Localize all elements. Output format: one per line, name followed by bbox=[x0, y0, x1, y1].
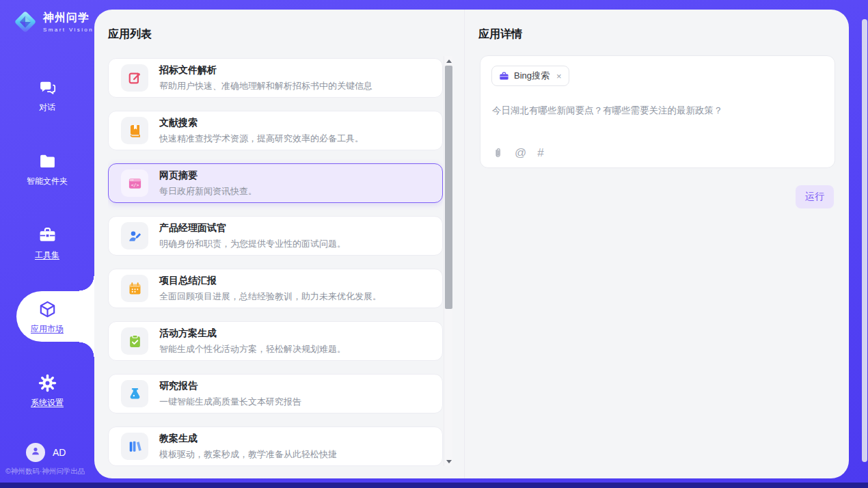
app-card-description: 明确身份和职责，为您提供专业性的面试问题。 bbox=[159, 238, 346, 250]
sidebar-footer: ©神州数码·神州问学出品 bbox=[5, 467, 85, 476]
app-card-title: 教案生成 bbox=[159, 433, 337, 445]
scrollbar-thumb[interactable] bbox=[445, 66, 452, 309]
sidebar-item-app-market[interactable]: 应用市场 bbox=[0, 293, 94, 342]
app-card[interactable]: 招标文件解析 帮助用户快速、准确地理解和解析招标书中的关键信息 bbox=[108, 58, 443, 98]
app-card-title: 项目总结汇报 bbox=[159, 275, 381, 287]
app-logo: 神州问学 Smart Vision bbox=[12, 9, 94, 35]
pen-document-icon bbox=[121, 64, 148, 92]
sidebar-nav: 对话 智能文件夹 工具集 应用市场 系统设置 bbox=[0, 71, 94, 440]
app-card-description: 模板驱动，教案秒成，教学准备从此轻松快捷 bbox=[159, 448, 337, 461]
app-card-title: 招标文件解析 bbox=[159, 64, 372, 77]
app-card[interactable]: 教案生成 模板驱动，教案秒成，教学准备从此轻松快捷 bbox=[108, 426, 443, 466]
app-detail-panel: 应用详情 Bing搜索 × 今日湖北有哪些新闻要点？有哪些需要关注的最新政策？ … bbox=[465, 10, 849, 478]
app-card-title: 产品经理面试官 bbox=[159, 222, 346, 234]
scroll-down-button[interactable] bbox=[444, 457, 453, 466]
toolbox-icon bbox=[38, 226, 57, 245]
app-card-description: 全面回顾项目进展，总结经验教训，助力未来优化发展。 bbox=[159, 290, 381, 303]
app-card-title: 网页摘要 bbox=[159, 170, 257, 182]
books-icon bbox=[121, 433, 148, 460]
page-scrollbar[interactable] bbox=[862, 19, 867, 462]
app-card[interactable]: 文献搜索 快速精准查找学术资源，提高研究效率的必备工具。 bbox=[108, 111, 443, 150]
app-card-description: 一键智能生成高质量长文本研究报告 bbox=[159, 396, 301, 408]
briefcase-icon bbox=[499, 71, 509, 81]
prompt-text[interactable]: 今日湖北有哪些新闻要点？有哪些需要关注的最新政策？ bbox=[492, 104, 824, 118]
composer-toolbar: @# bbox=[492, 147, 544, 159]
book-icon bbox=[121, 117, 148, 144]
app-card[interactable]: 研究报告 一键智能生成高质量长文本研究报告 bbox=[108, 374, 443, 414]
app-card-description: 每日政府新闻资讯快查。 bbox=[159, 185, 257, 198]
app-card-description: 智能生成个性化活动方案，轻松解决规划难题。 bbox=[159, 343, 346, 355]
interviewer-icon bbox=[121, 222, 148, 249]
app-card-description: 快速精准查找学术资源，提高研究效率的必备工具。 bbox=[159, 133, 364, 145]
sidebar: 神州问学 Smart Vision 对话 智能文件夹 工具集 应用市场 系统设置… bbox=[0, 0, 94, 483]
app-card[interactable]: 活动方案生成 智能生成个性化活动方案，轻松解决规划难题。 bbox=[108, 321, 443, 361]
app-list-panel: 应用列表 招标文件解析 帮助用户快速、准确地理解和解析招标书中的关键信息 文献搜… bbox=[94, 10, 465, 478]
app-card-title: 研究报告 bbox=[159, 380, 301, 392]
scroll-up-button[interactable] bbox=[444, 56, 453, 66]
close-icon[interactable]: × bbox=[556, 71, 562, 81]
list-scrollbar[interactable] bbox=[444, 56, 452, 466]
svg-text:</>: </> bbox=[131, 182, 139, 188]
user-initials: AD bbox=[53, 447, 66, 458]
prompt-card: Bing搜索 × 今日湖北有哪些新闻要点？有哪些需要关注的最新政策？ @# bbox=[480, 55, 835, 168]
sidebar-item-toolset[interactable]: 工具集 bbox=[0, 219, 94, 268]
clipboard-check-icon bbox=[121, 327, 148, 355]
brand-subtitle: Smart Vision bbox=[43, 27, 94, 33]
hash-icon[interactable]: # bbox=[537, 147, 543, 159]
browser-code-icon: </> bbox=[121, 170, 148, 197]
tool-tag-bing[interactable]: Bing搜索 × bbox=[491, 66, 569, 86]
mention-icon[interactable]: @ bbox=[515, 147, 526, 159]
app-card-description: 帮助用户快速、准确地理解和解析招标书中的关键信息 bbox=[159, 80, 372, 92]
sidebar-item-smart-folder[interactable]: 智能文件夹 bbox=[0, 145, 94, 194]
app-list-title: 应用列表 bbox=[108, 27, 464, 42]
avatar[interactable] bbox=[26, 443, 45, 462]
folder-icon bbox=[38, 152, 57, 171]
gem-logo-icon bbox=[12, 9, 38, 35]
tool-tag-label: Bing搜索 bbox=[514, 70, 550, 82]
attachment-icon[interactable] bbox=[492, 147, 504, 159]
app-list-viewport: 招标文件解析 帮助用户快速、准确地理解和解析招标书中的关键信息 文献搜索 快速精… bbox=[108, 55, 443, 478]
app-card-title: 文献搜索 bbox=[159, 117, 364, 129]
person-icon bbox=[30, 446, 41, 459]
chat-icon bbox=[38, 79, 57, 97]
window-bottom-bar bbox=[0, 483, 868, 488]
main-content: 应用列表 招标文件解析 帮助用户快速、准确地理解和解析招标书中的关键信息 文献搜… bbox=[94, 10, 849, 478]
research-icon bbox=[121, 380, 148, 407]
gear-icon bbox=[38, 374, 57, 392]
app-card[interactable]: 产品经理面试官 明确身份和职责，为您提供专业性的面试问题。 bbox=[108, 216, 443, 256]
brand-name: 神州问学 bbox=[43, 11, 94, 25]
cube-icon bbox=[38, 300, 57, 318]
user-row[interactable]: AD bbox=[26, 443, 66, 462]
app-card[interactable]: 项目总结汇报 全面回顾项目进展，总结经验教训，助力未来优化发展。 bbox=[108, 269, 443, 308]
run-button[interactable]: 运行 bbox=[796, 185, 834, 208]
sidebar-item-chat[interactable]: 对话 bbox=[0, 71, 94, 120]
app-card-title: 活动方案生成 bbox=[159, 327, 346, 340]
app-detail-title: 应用详情 bbox=[478, 27, 849, 42]
sidebar-item-settings[interactable]: 系统设置 bbox=[0, 366, 94, 416]
calendar-icon bbox=[121, 275, 148, 302]
app-card[interactable]: </> 网页摘要 每日政府新闻资讯快查。 bbox=[108, 163, 443, 203]
